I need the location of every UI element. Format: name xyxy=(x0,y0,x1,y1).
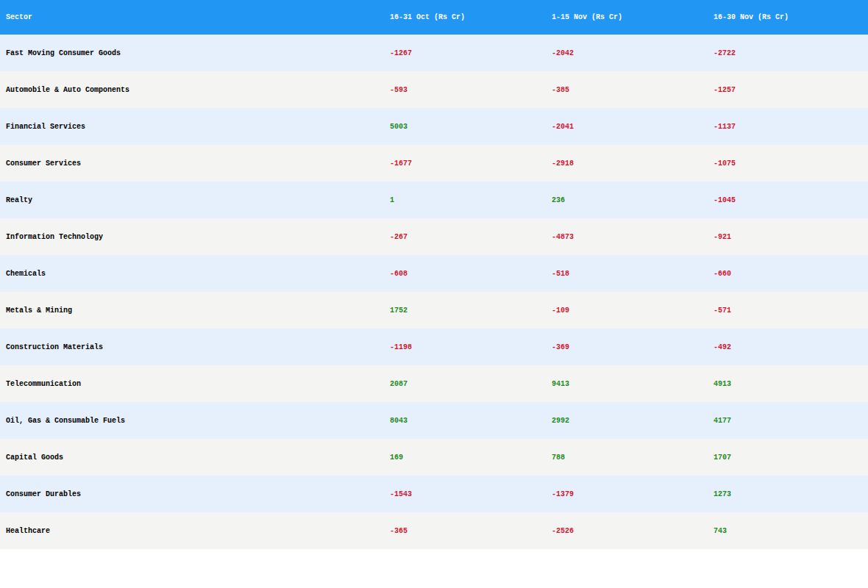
value-cell: -2526 xyxy=(546,527,708,535)
value-cell: -1198 xyxy=(384,343,546,351)
table-row: Fast Moving Consumer Goods-1267-2042-272… xyxy=(0,35,868,71)
value-cell: -2722 xyxy=(708,49,868,57)
value-cell: 1273 xyxy=(708,490,868,498)
table-row: Chemicals-608-518-660 xyxy=(0,255,868,292)
value-cell: 169 xyxy=(384,453,546,462)
value-cell: -492 xyxy=(708,343,868,351)
value-cell: -1267 xyxy=(384,49,546,57)
value-cell: -921 xyxy=(708,233,868,241)
sector-cell: Healthcare xyxy=(0,527,384,535)
value-cell: -369 xyxy=(546,343,708,351)
column-header-sector: Sector xyxy=(0,13,384,21)
value-cell: -1137 xyxy=(708,123,868,131)
value-cell: -4873 xyxy=(546,233,708,241)
column-header-16-31-oct: 16-31 Oct (Rs Cr) xyxy=(384,13,546,21)
value-cell: 236 xyxy=(546,196,708,204)
column-header-16-30-nov: 16-30 Nov (Rs Cr) xyxy=(708,13,868,21)
value-cell: 1707 xyxy=(708,453,868,462)
value-cell: -571 xyxy=(708,306,868,315)
sector-cell: Information Technology xyxy=(0,233,384,241)
table-row: Realty1236-1045 xyxy=(0,182,868,218)
sector-cell: Metals & Mining xyxy=(0,306,384,315)
value-cell: -608 xyxy=(384,270,546,278)
value-cell: -1677 xyxy=(384,159,546,168)
value-cell: -1257 xyxy=(708,86,868,94)
sector-cell: Realty xyxy=(0,196,384,204)
value-cell: 788 xyxy=(546,453,708,462)
sector-flows-table: Sector 16-31 Oct (Rs Cr) 1-15 Nov (Rs Cr… xyxy=(0,0,868,588)
value-cell: 743 xyxy=(708,527,868,535)
table-row: Healthcare-365-2526743 xyxy=(0,512,868,549)
table-row: Metals & Mining1752-109-571 xyxy=(0,292,868,329)
table-row: Consumer Services-1677-2918-1075 xyxy=(0,145,868,182)
table-row: Information Technology-267-4873-921 xyxy=(0,218,868,255)
value-cell: -385 xyxy=(546,86,708,94)
table-body: Fast Moving Consumer Goods-1267-2042-272… xyxy=(0,35,868,549)
value-cell: -365 xyxy=(384,527,546,535)
value-cell: 2992 xyxy=(546,417,708,425)
value-cell: -2918 xyxy=(546,159,708,168)
value-cell: -1379 xyxy=(546,490,708,498)
value-cell: 9413 xyxy=(546,380,708,388)
value-cell: -518 xyxy=(546,270,708,278)
value-cell: 8043 xyxy=(384,417,546,425)
value-cell: 1752 xyxy=(384,306,546,315)
value-cell: -2041 xyxy=(546,123,708,131)
table-row: Oil, Gas & Consumable Fuels804329924177 xyxy=(0,402,868,439)
value-cell: -1045 xyxy=(708,196,868,204)
sector-cell: Capital Goods xyxy=(0,453,384,462)
value-cell: 4177 xyxy=(708,417,868,425)
column-header-1-15-nov: 1-15 Nov (Rs Cr) xyxy=(546,13,708,21)
value-cell: -1075 xyxy=(708,159,868,168)
value-cell: -2042 xyxy=(546,49,708,57)
value-cell: -109 xyxy=(546,306,708,315)
value-cell: 2087 xyxy=(384,380,546,388)
value-cell: -593 xyxy=(384,86,546,94)
sector-cell: Consumer Services xyxy=(0,159,384,168)
table-row: Capital Goods1697881707 xyxy=(0,439,868,476)
sector-cell: Fast Moving Consumer Goods xyxy=(0,49,384,57)
value-cell: -267 xyxy=(384,233,546,241)
value-cell: 4913 xyxy=(708,380,868,388)
sector-cell: Oil, Gas & Consumable Fuels xyxy=(0,417,384,425)
table-row: Financial Services5003-2041-1137 xyxy=(0,108,868,145)
table-header-row: Sector 16-31 Oct (Rs Cr) 1-15 Nov (Rs Cr… xyxy=(0,0,868,35)
sector-cell: Telecommunication xyxy=(0,380,384,388)
sector-cell: Financial Services xyxy=(0,123,384,131)
sector-cell: Construction Materials xyxy=(0,343,384,351)
sector-cell: Consumer Durables xyxy=(0,490,384,498)
value-cell: -1543 xyxy=(384,490,546,498)
table-row: Consumer Durables-1543-13791273 xyxy=(0,476,868,512)
sector-cell: Chemicals xyxy=(0,270,384,278)
table-row: Telecommunication208794134913 xyxy=(0,365,868,402)
value-cell: 5003 xyxy=(384,123,546,131)
value-cell: -660 xyxy=(708,270,868,278)
value-cell: 1 xyxy=(384,196,546,204)
sector-cell: Automobile & Auto Components xyxy=(0,86,384,94)
table-row: Construction Materials-1198-369-492 xyxy=(0,329,868,365)
table-row: Automobile & Auto Components-593-385-125… xyxy=(0,71,868,108)
